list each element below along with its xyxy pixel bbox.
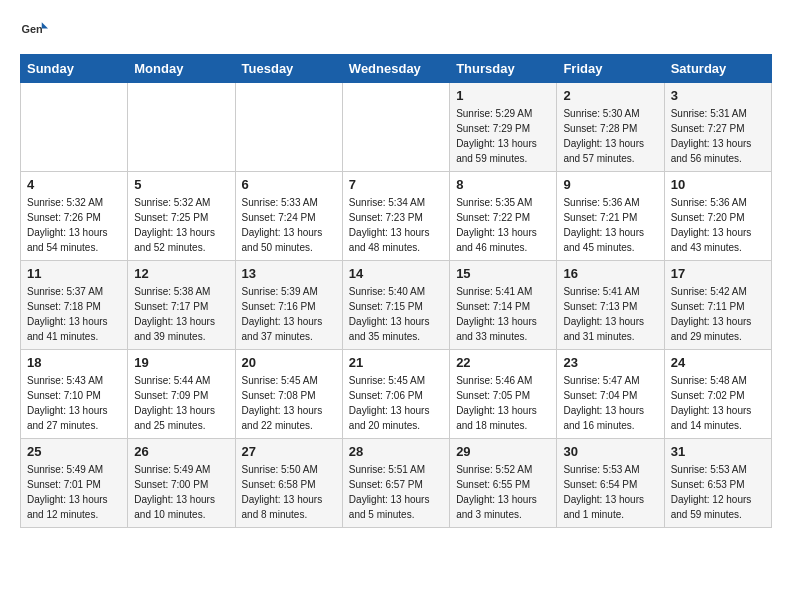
calendar-cell: 20Sunrise: 5:45 AM Sunset: 7:08 PM Dayli…: [235, 350, 342, 439]
day-number: 21: [349, 355, 443, 370]
calendar-cell: 14Sunrise: 5:40 AM Sunset: 7:15 PM Dayli…: [342, 261, 449, 350]
header: Gen: [20, 16, 772, 44]
day-info: Sunrise: 5:51 AM Sunset: 6:57 PM Dayligh…: [349, 462, 443, 522]
calendar-cell: 27Sunrise: 5:50 AM Sunset: 6:58 PM Dayli…: [235, 439, 342, 528]
day-number: 25: [27, 444, 121, 459]
calendar-cell: 1Sunrise: 5:29 AM Sunset: 7:29 PM Daylig…: [450, 83, 557, 172]
day-info: Sunrise: 5:47 AM Sunset: 7:04 PM Dayligh…: [563, 373, 657, 433]
logo: Gen: [20, 16, 52, 44]
day-number: 2: [563, 88, 657, 103]
calendar-cell: 15Sunrise: 5:41 AM Sunset: 7:14 PM Dayli…: [450, 261, 557, 350]
weekday-header: Wednesday: [342, 55, 449, 83]
day-number: 27: [242, 444, 336, 459]
day-number: 15: [456, 266, 550, 281]
day-number: 31: [671, 444, 765, 459]
day-info: Sunrise: 5:43 AM Sunset: 7:10 PM Dayligh…: [27, 373, 121, 433]
day-number: 26: [134, 444, 228, 459]
day-info: Sunrise: 5:32 AM Sunset: 7:26 PM Dayligh…: [27, 195, 121, 255]
day-info: Sunrise: 5:32 AM Sunset: 7:25 PM Dayligh…: [134, 195, 228, 255]
calendar-cell: 25Sunrise: 5:49 AM Sunset: 7:01 PM Dayli…: [21, 439, 128, 528]
day-info: Sunrise: 5:29 AM Sunset: 7:29 PM Dayligh…: [456, 106, 550, 166]
calendar-cell: 11Sunrise: 5:37 AM Sunset: 7:18 PM Dayli…: [21, 261, 128, 350]
day-number: 13: [242, 266, 336, 281]
calendar-cell: 7Sunrise: 5:34 AM Sunset: 7:23 PM Daylig…: [342, 172, 449, 261]
day-number: 1: [456, 88, 550, 103]
day-info: Sunrise: 5:30 AM Sunset: 7:28 PM Dayligh…: [563, 106, 657, 166]
calendar-cell: 26Sunrise: 5:49 AM Sunset: 7:00 PM Dayli…: [128, 439, 235, 528]
calendar-week: 18Sunrise: 5:43 AM Sunset: 7:10 PM Dayli…: [21, 350, 772, 439]
day-number: 9: [563, 177, 657, 192]
calendar-cell: 28Sunrise: 5:51 AM Sunset: 6:57 PM Dayli…: [342, 439, 449, 528]
day-info: Sunrise: 5:53 AM Sunset: 6:53 PM Dayligh…: [671, 462, 765, 522]
calendar-cell: 16Sunrise: 5:41 AM Sunset: 7:13 PM Dayli…: [557, 261, 664, 350]
day-info: Sunrise: 5:49 AM Sunset: 7:00 PM Dayligh…: [134, 462, 228, 522]
calendar-cell: [21, 83, 128, 172]
calendar-body: 1Sunrise: 5:29 AM Sunset: 7:29 PM Daylig…: [21, 83, 772, 528]
calendar-cell: 30Sunrise: 5:53 AM Sunset: 6:54 PM Dayli…: [557, 439, 664, 528]
calendar-cell: 17Sunrise: 5:42 AM Sunset: 7:11 PM Dayli…: [664, 261, 771, 350]
day-info: Sunrise: 5:49 AM Sunset: 7:01 PM Dayligh…: [27, 462, 121, 522]
calendar-cell: 3Sunrise: 5:31 AM Sunset: 7:27 PM Daylig…: [664, 83, 771, 172]
day-number: 3: [671, 88, 765, 103]
calendar-cell: 23Sunrise: 5:47 AM Sunset: 7:04 PM Dayli…: [557, 350, 664, 439]
weekday-header: Sunday: [21, 55, 128, 83]
day-number: 8: [456, 177, 550, 192]
calendar-cell: [235, 83, 342, 172]
day-number: 14: [349, 266, 443, 281]
calendar-cell: 19Sunrise: 5:44 AM Sunset: 7:09 PM Dayli…: [128, 350, 235, 439]
day-number: 5: [134, 177, 228, 192]
weekday-header: Monday: [128, 55, 235, 83]
day-info: Sunrise: 5:44 AM Sunset: 7:09 PM Dayligh…: [134, 373, 228, 433]
header-row: SundayMondayTuesdayWednesdayThursdayFrid…: [21, 55, 772, 83]
calendar-cell: 2Sunrise: 5:30 AM Sunset: 7:28 PM Daylig…: [557, 83, 664, 172]
calendar-cell: 8Sunrise: 5:35 AM Sunset: 7:22 PM Daylig…: [450, 172, 557, 261]
calendar-week: 11Sunrise: 5:37 AM Sunset: 7:18 PM Dayli…: [21, 261, 772, 350]
day-number: 16: [563, 266, 657, 281]
calendar-cell: 5Sunrise: 5:32 AM Sunset: 7:25 PM Daylig…: [128, 172, 235, 261]
calendar-cell: 29Sunrise: 5:52 AM Sunset: 6:55 PM Dayli…: [450, 439, 557, 528]
calendar-table: SundayMondayTuesdayWednesdayThursdayFrid…: [20, 54, 772, 528]
day-number: 24: [671, 355, 765, 370]
day-info: Sunrise: 5:48 AM Sunset: 7:02 PM Dayligh…: [671, 373, 765, 433]
calendar-cell: 12Sunrise: 5:38 AM Sunset: 7:17 PM Dayli…: [128, 261, 235, 350]
calendar-cell: 9Sunrise: 5:36 AM Sunset: 7:21 PM Daylig…: [557, 172, 664, 261]
calendar-cell: 31Sunrise: 5:53 AM Sunset: 6:53 PM Dayli…: [664, 439, 771, 528]
day-info: Sunrise: 5:36 AM Sunset: 7:21 PM Dayligh…: [563, 195, 657, 255]
day-info: Sunrise: 5:34 AM Sunset: 7:23 PM Dayligh…: [349, 195, 443, 255]
calendar-week: 4Sunrise: 5:32 AM Sunset: 7:26 PM Daylig…: [21, 172, 772, 261]
day-number: 12: [134, 266, 228, 281]
day-number: 4: [27, 177, 121, 192]
day-info: Sunrise: 5:33 AM Sunset: 7:24 PM Dayligh…: [242, 195, 336, 255]
day-info: Sunrise: 5:38 AM Sunset: 7:17 PM Dayligh…: [134, 284, 228, 344]
calendar-cell: 4Sunrise: 5:32 AM Sunset: 7:26 PM Daylig…: [21, 172, 128, 261]
calendar-week: 1Sunrise: 5:29 AM Sunset: 7:29 PM Daylig…: [21, 83, 772, 172]
day-number: 19: [134, 355, 228, 370]
calendar-header: SundayMondayTuesdayWednesdayThursdayFrid…: [21, 55, 772, 83]
calendar-cell: 13Sunrise: 5:39 AM Sunset: 7:16 PM Dayli…: [235, 261, 342, 350]
day-info: Sunrise: 5:31 AM Sunset: 7:27 PM Dayligh…: [671, 106, 765, 166]
day-info: Sunrise: 5:45 AM Sunset: 7:06 PM Dayligh…: [349, 373, 443, 433]
calendar-cell: [342, 83, 449, 172]
day-info: Sunrise: 5:37 AM Sunset: 7:18 PM Dayligh…: [27, 284, 121, 344]
weekday-header: Thursday: [450, 55, 557, 83]
day-info: Sunrise: 5:50 AM Sunset: 6:58 PM Dayligh…: [242, 462, 336, 522]
calendar-cell: 10Sunrise: 5:36 AM Sunset: 7:20 PM Dayli…: [664, 172, 771, 261]
day-info: Sunrise: 5:53 AM Sunset: 6:54 PM Dayligh…: [563, 462, 657, 522]
day-number: 10: [671, 177, 765, 192]
day-number: 30: [563, 444, 657, 459]
day-info: Sunrise: 5:40 AM Sunset: 7:15 PM Dayligh…: [349, 284, 443, 344]
day-info: Sunrise: 5:39 AM Sunset: 7:16 PM Dayligh…: [242, 284, 336, 344]
day-number: 20: [242, 355, 336, 370]
day-number: 6: [242, 177, 336, 192]
day-info: Sunrise: 5:35 AM Sunset: 7:22 PM Dayligh…: [456, 195, 550, 255]
day-number: 28: [349, 444, 443, 459]
calendar-cell: [128, 83, 235, 172]
calendar-cell: 18Sunrise: 5:43 AM Sunset: 7:10 PM Dayli…: [21, 350, 128, 439]
calendar-cell: 21Sunrise: 5:45 AM Sunset: 7:06 PM Dayli…: [342, 350, 449, 439]
day-info: Sunrise: 5:45 AM Sunset: 7:08 PM Dayligh…: [242, 373, 336, 433]
logo-icon: Gen: [20, 16, 48, 44]
weekday-header: Saturday: [664, 55, 771, 83]
calendar-cell: 6Sunrise: 5:33 AM Sunset: 7:24 PM Daylig…: [235, 172, 342, 261]
weekday-header: Tuesday: [235, 55, 342, 83]
day-number: 18: [27, 355, 121, 370]
